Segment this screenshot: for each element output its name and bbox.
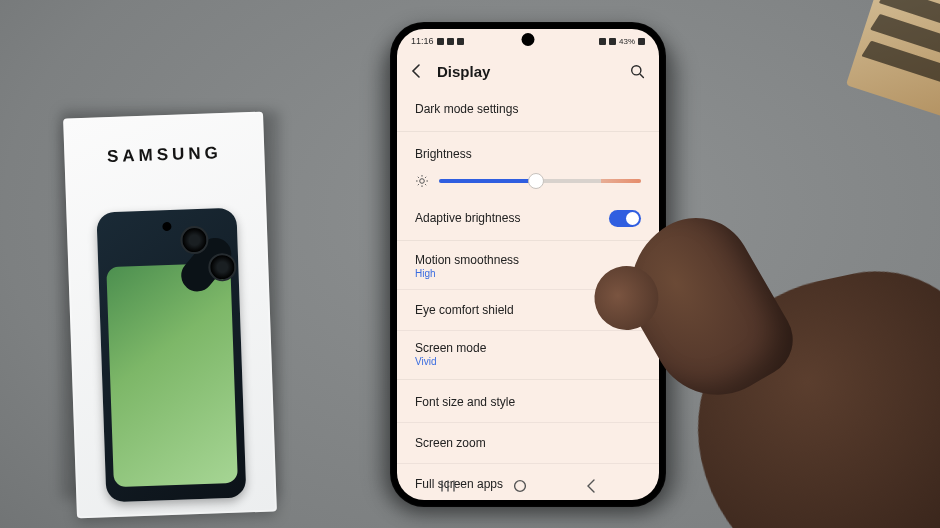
search-button[interactable] [630, 64, 645, 79]
settings-list: Dark mode settings Brightness [397, 89, 659, 500]
page-title: Display [437, 63, 490, 80]
nav-home-button[interactable] [513, 479, 543, 493]
brightness-slider-row [397, 168, 659, 198]
phone-screen: 11:16 43% Display [397, 29, 659, 500]
eye-comfort-item[interactable]: Eye comfort shield [397, 289, 659, 330]
phone-device: 11:16 43% Display [390, 22, 666, 507]
screen-mode-item[interactable]: Screen mode Vivid [397, 330, 659, 377]
screen-zoom-item[interactable]: Screen zoom [397, 422, 659, 463]
item-label: Motion smoothness [415, 253, 519, 267]
item-label: Screen zoom [415, 436, 486, 450]
item-label: Adaptive brightness [415, 211, 520, 225]
eye-comfort-toggle[interactable] [609, 302, 641, 319]
status-battery: 43% [619, 37, 635, 46]
product-box: SAMSUNG [63, 112, 277, 519]
box-brand-label: SAMSUNG [64, 142, 265, 169]
svg-point-2 [515, 481, 526, 492]
scene-photo: SAMSUNG 11:16 43% [0, 0, 940, 528]
nav-back-icon [586, 479, 596, 493]
item-label: Brightness [415, 147, 472, 161]
status-icon [447, 38, 454, 45]
chevron-left-icon [411, 64, 420, 78]
status-icon [437, 38, 444, 45]
item-label: Screen mode [415, 341, 486, 355]
battery-icon [638, 38, 645, 45]
navigation-bar [397, 472, 659, 500]
brightness-slider-thumb[interactable] [528, 173, 544, 189]
dark-mode-settings-item[interactable]: Dark mode settings [397, 89, 659, 129]
nav-back-button[interactable] [586, 479, 616, 493]
page-header: Display [397, 53, 659, 89]
motion-smoothness-item[interactable]: Motion smoothness High [397, 243, 659, 289]
nav-recent-button[interactable] [440, 480, 470, 492]
signal-icon [599, 38, 606, 45]
item-label: Font size and style [415, 395, 515, 409]
item-sublabel: High [415, 268, 519, 279]
svg-point-1 [420, 179, 425, 184]
svg-point-0 [632, 65, 641, 74]
home-icon [513, 479, 527, 493]
status-icon [457, 38, 464, 45]
brightness-icon [415, 174, 429, 188]
font-size-item[interactable]: Font size and style [397, 382, 659, 422]
item-label: Eye comfort shield [415, 303, 514, 317]
recent-apps-icon [440, 480, 456, 492]
brightness-label-row: Brightness [397, 134, 659, 168]
item-label: Dark mode settings [415, 102, 518, 116]
back-button[interactable] [411, 64, 429, 78]
front-camera-notch [522, 33, 535, 46]
adaptive-brightness-item[interactable]: Adaptive brightness [397, 198, 659, 238]
wifi-icon [609, 38, 616, 45]
brightness-slider[interactable] [439, 179, 641, 183]
adaptive-brightness-toggle[interactable] [609, 210, 641, 227]
item-sublabel: Vivid [415, 356, 486, 367]
wooden-block [846, 0, 940, 119]
status-time: 11:16 [411, 36, 434, 46]
search-icon [630, 64, 645, 79]
